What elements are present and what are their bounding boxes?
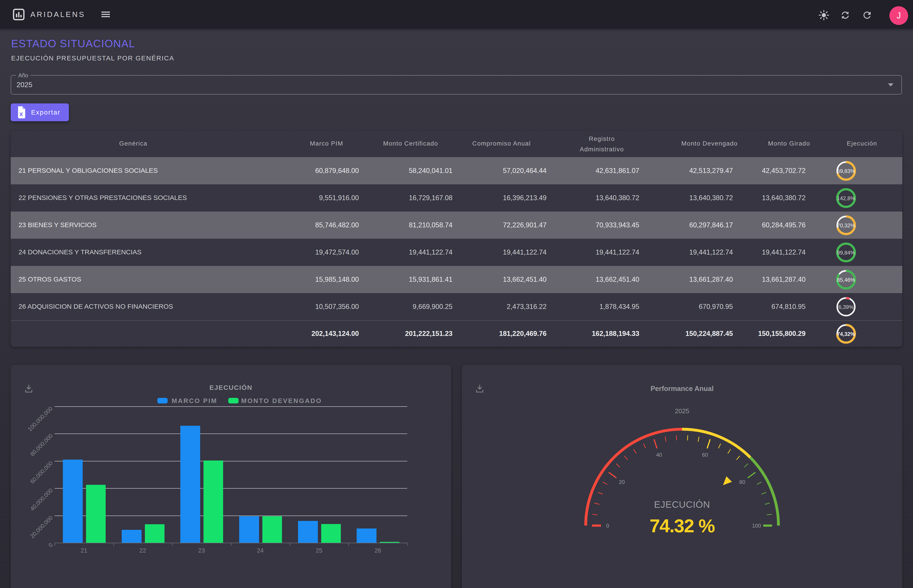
svg-text:100: 100 (752, 523, 761, 529)
svg-text:60: 60 (702, 452, 708, 458)
svg-text:40: 40 (656, 452, 662, 458)
svg-text:74,32%: 74,32% (837, 331, 855, 337)
svg-text:80: 80 (739, 479, 745, 485)
svg-text:0: 0 (606, 523, 609, 529)
svg-text:20: 20 (619, 479, 625, 485)
svg-text:70,32%: 70,32% (837, 222, 855, 228)
svg-text:x: x (19, 110, 23, 118)
svg-text:142,8%: 142,8% (837, 195, 855, 201)
svg-text:74.32 %: 74.32 % (650, 515, 714, 536)
svg-text:69,83%: 69,83% (837, 168, 855, 174)
svg-text:6,39%: 6,39% (838, 304, 853, 310)
svg-text:EJECUCIÓN: EJECUCIÓN (654, 499, 710, 510)
svg-text:99,84%: 99,84% (837, 249, 855, 255)
svg-text:85,46%: 85,46% (837, 276, 855, 283)
